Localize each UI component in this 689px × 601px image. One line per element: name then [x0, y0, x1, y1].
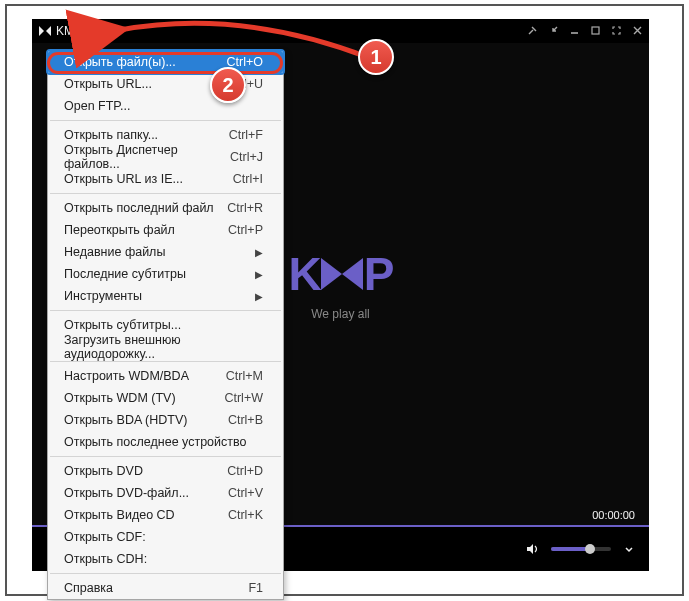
menu-item-label: Настроить WDM/BDA: [64, 369, 189, 383]
menu-item-label: Открыть CDH:: [64, 552, 147, 566]
menu-separator: [50, 120, 281, 121]
menu-item-label: Открыть субтитры...: [64, 318, 181, 332]
menu-item-shortcut: F1: [248, 581, 263, 595]
minimize-icon[interactable]: [569, 25, 580, 38]
menu-item-shortcut: Ctrl+K: [228, 508, 263, 522]
menu-item[interactable]: Открыть WDM (TV)Ctrl+W: [48, 387, 283, 409]
menu-item-label: Открыть папку...: [64, 128, 158, 142]
fullscreen-icon[interactable]: [611, 25, 622, 38]
svg-marker-4: [321, 258, 342, 290]
menu-item[interactable]: Переоткрыть файлCtrl+P: [48, 219, 283, 241]
time-display: 00:00:00: [592, 509, 635, 521]
volume-icon[interactable]: [525, 542, 539, 556]
menu-separator: [50, 193, 281, 194]
tagline: We play all: [311, 307, 369, 321]
center-logo: K P We play all: [289, 247, 393, 321]
menu-item-label: Открыть CDF:: [64, 530, 146, 544]
menu-item[interactable]: Открыть CDF:: [48, 526, 283, 548]
menu-item-label: Открыть WDM (TV): [64, 391, 176, 405]
menu-item-shortcut: Ctrl+F: [229, 128, 263, 142]
menu-item-shortcut: Ctrl+W: [224, 391, 263, 405]
menu-item[interactable]: Последние субтитры▶: [48, 263, 283, 285]
menu-item-label: Открыть BDA (HDTV): [64, 413, 187, 427]
menu-item-shortcut: Ctrl+J: [230, 150, 263, 164]
menu-item-label: Недавние файлы: [64, 245, 165, 259]
menu-item-shortcut: Ctrl+P: [228, 223, 263, 237]
annotation-marker-1: 1: [358, 39, 394, 75]
kmp-bowtie-icon: [317, 254, 367, 294]
menu-item[interactable]: Загрузить внешнюю аудиодорожку...: [48, 336, 283, 358]
app-title: KMPlayer: [56, 24, 108, 38]
menu-item[interactable]: Открыть BDA (HDTV)Ctrl+B: [48, 409, 283, 431]
menu-item[interactable]: Открыть последний файлCtrl+R: [48, 197, 283, 219]
kmplayer-logo-icon: [38, 25, 52, 37]
menu-item-label: Открыть файл(ы)...: [64, 55, 176, 69]
menu-item-shortcut: Ctrl+M: [226, 369, 263, 383]
window-controls: [527, 25, 643, 38]
submenu-arrow-icon: ▶: [255, 247, 263, 258]
compact-icon[interactable]: [548, 25, 559, 38]
volume-slider[interactable]: [551, 547, 611, 551]
annotation-marker-2: 2: [210, 67, 246, 103]
menu-item[interactable]: Открыть DVDCtrl+D: [48, 460, 283, 482]
svg-marker-5: [342, 258, 363, 290]
menu-item-label: Открыть URL...: [64, 77, 152, 91]
kmp-logo-text: K P: [289, 247, 393, 301]
menu-item-label: Открыть последнее устройство: [64, 435, 246, 449]
svg-marker-1: [46, 26, 51, 36]
menu-item-label: Загрузить внешнюю аудиодорожку...: [64, 333, 263, 361]
app-menu-button[interactable]: KMPlayer ▾: [38, 24, 117, 38]
menu-item[interactable]: Недавние файлы▶: [48, 241, 283, 263]
menu-item[interactable]: Open FTP...: [48, 95, 283, 117]
svg-rect-3: [592, 27, 599, 34]
menu-item-shortcut: Ctrl+V: [228, 486, 263, 500]
menu-item-label: Открыть Диспетчер файлов...: [64, 143, 230, 171]
svg-marker-0: [39, 26, 44, 36]
submenu-arrow-icon: ▶: [255, 269, 263, 280]
open-context-menu: Открыть файл(ы)...Ctrl+OОткрыть URL...Ct…: [47, 50, 284, 600]
menu-item-shortcut: Ctrl+R: [227, 201, 263, 215]
menu-item[interactable]: Открыть файл(ы)...Ctrl+O: [48, 51, 283, 73]
menu-item-shortcut: Ctrl+D: [227, 464, 263, 478]
menu-item[interactable]: Открыть URL из IE...Ctrl+I: [48, 168, 283, 190]
menu-item-label: Инструменты: [64, 289, 142, 303]
menu-item-label: Открыть последний файл: [64, 201, 214, 215]
menu-item-label: Открыть DVD: [64, 464, 143, 478]
menu-item-shortcut: Ctrl+B: [228, 413, 263, 427]
volume-fill: [551, 547, 587, 551]
chevron-down-icon: ▾: [112, 26, 117, 36]
svg-marker-12: [527, 544, 533, 554]
logo-letter-p: P: [364, 247, 393, 301]
maximize-icon[interactable]: [590, 25, 601, 38]
menu-separator: [50, 310, 281, 311]
menu-item[interactable]: Открыть Диспетчер файлов...Ctrl+J: [48, 146, 283, 168]
menu-item-label: Переоткрыть файл: [64, 223, 175, 237]
menu-separator: [50, 573, 281, 574]
pin-icon[interactable]: [527, 25, 538, 38]
menu-item[interactable]: СправкаF1: [48, 577, 283, 599]
more-controls-icon[interactable]: [623, 543, 635, 555]
menu-item-label: Открыть DVD-файл...: [64, 486, 189, 500]
menu-item-label: Открыть Видео CD: [64, 508, 175, 522]
close-icon[interactable]: [632, 25, 643, 38]
submenu-arrow-icon: ▶: [255, 291, 263, 302]
menu-item-label: Справка: [64, 581, 113, 595]
right-controls: [525, 542, 635, 556]
menu-item-label: Открыть URL из IE...: [64, 172, 183, 186]
title-bar: KMPlayer ▾: [32, 19, 649, 43]
menu-item[interactable]: Открыть URL...Ctrl+U: [48, 73, 283, 95]
logo-letter-k: K: [289, 247, 320, 301]
menu-separator: [50, 361, 281, 362]
menu-item[interactable]: Настроить WDM/BDACtrl+M: [48, 365, 283, 387]
volume-thumb[interactable]: [585, 544, 595, 554]
menu-item[interactable]: Открыть последнее устройство: [48, 431, 283, 453]
menu-separator: [50, 456, 281, 457]
menu-item[interactable]: Открыть CDH:: [48, 548, 283, 570]
menu-item-label: Open FTP...: [64, 99, 130, 113]
menu-item-shortcut: Ctrl+I: [233, 172, 263, 186]
menu-item[interactable]: Открыть Видео CDCtrl+K: [48, 504, 283, 526]
menu-item[interactable]: Открыть DVD-файл...Ctrl+V: [48, 482, 283, 504]
menu-item-label: Последние субтитры: [64, 267, 186, 281]
menu-item[interactable]: Инструменты▶: [48, 285, 283, 307]
